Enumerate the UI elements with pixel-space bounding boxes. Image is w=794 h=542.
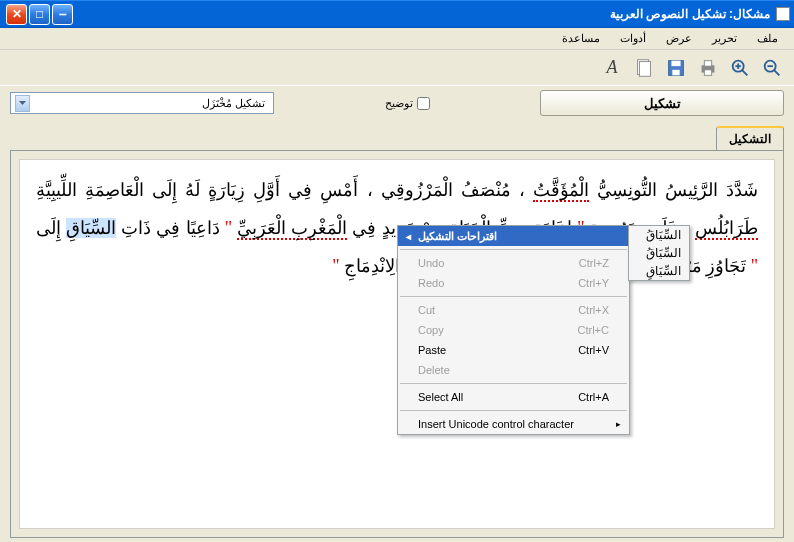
suggestions-submenu: السِّيَاقُ السِّيَاقُ السِّيَاقِ: [628, 225, 690, 281]
svg-line-13: [774, 69, 780, 75]
maximize-button[interactable]: □: [29, 4, 50, 25]
menu-help[interactable]: مساعدة: [554, 30, 608, 47]
tab-tashkeel[interactable]: التشكيل: [716, 126, 784, 150]
menubar: ملف تحرير عرض أدوات مساعدة: [0, 28, 794, 50]
menu-file[interactable]: ملف: [749, 30, 786, 47]
window-controls: ‒ □ ✕: [6, 4, 73, 25]
titlebar: مشكال: تشكيل النصوص العربية ‒ □ ✕: [0, 0, 794, 28]
font-style-button[interactable]: A: [598, 54, 626, 82]
context-paste[interactable]: PasteCtrl+V: [398, 340, 629, 360]
context-cut: CutCtrl+X: [398, 300, 629, 320]
svg-rect-3: [671, 60, 680, 65]
suggestion-3[interactable]: السِّيَاقِ: [629, 262, 689, 280]
print-button[interactable]: [694, 54, 722, 82]
toolbar: A: [0, 50, 794, 86]
context-undo: UndoCtrl+Z: [398, 253, 629, 273]
zoom-in-button[interactable]: [726, 54, 754, 82]
clarify-checkbox-wrap[interactable]: توضيح: [385, 97, 430, 110]
suggestion-1[interactable]: السِّيَاقُ: [629, 226, 689, 244]
menu-view[interactable]: عرض: [658, 30, 700, 47]
clarify-checkbox[interactable]: [417, 97, 430, 110]
context-suggestions-header[interactable]: اقتراحات التشكيل: [398, 226, 629, 246]
context-select-all[interactable]: Select AllCtrl+A: [398, 387, 629, 407]
save-button[interactable]: [662, 54, 690, 82]
divider: [400, 383, 627, 384]
svg-rect-7: [704, 69, 711, 75]
mode-select[interactable]: تشكيل مُخْتَزَل: [10, 92, 274, 114]
svg-marker-15: [19, 101, 26, 105]
selected-word: السِّيَاقِ: [66, 218, 116, 238]
menu-edit[interactable]: تحرير: [704, 30, 745, 47]
zoom-out-button[interactable]: [758, 54, 786, 82]
context-menu: اقتراحات التشكيل UndoCtrl+Z RedoCtrl+Y C…: [397, 225, 630, 435]
svg-line-9: [742, 69, 748, 75]
app-icon: [776, 7, 790, 21]
divider: [400, 296, 627, 297]
tashkeel-button[interactable]: تشكيل: [540, 90, 784, 116]
svg-rect-6: [704, 60, 711, 65]
chevron-down-icon: [15, 95, 30, 112]
svg-rect-4: [672, 69, 679, 75]
control-row: تشكيل توضيح تشكيل مُخْتَزَل: [0, 86, 794, 120]
context-copy: CopyCtrl+C: [398, 320, 629, 340]
close-button[interactable]: ✕: [6, 4, 27, 25]
suggestion-2[interactable]: السِّيَاقُ: [629, 244, 689, 262]
minimize-button[interactable]: ‒: [52, 4, 73, 25]
context-delete: Delete: [398, 360, 629, 380]
mode-select-value: تشكيل مُخْتَزَل: [30, 97, 269, 110]
divider: [400, 410, 627, 411]
divider: [400, 249, 627, 250]
title-text: مشكال: تشكيل النصوص العربية: [610, 7, 770, 21]
context-redo: RedoCtrl+Y: [398, 273, 629, 293]
svg-rect-1: [639, 61, 650, 76]
new-doc-button[interactable]: [630, 54, 658, 82]
clarify-label: توضيح: [385, 97, 413, 110]
tabstrip: التشكيل: [0, 126, 794, 150]
menu-tools[interactable]: أدوات: [612, 30, 654, 47]
context-insert-unicode[interactable]: Insert Unicode control character: [398, 414, 629, 434]
